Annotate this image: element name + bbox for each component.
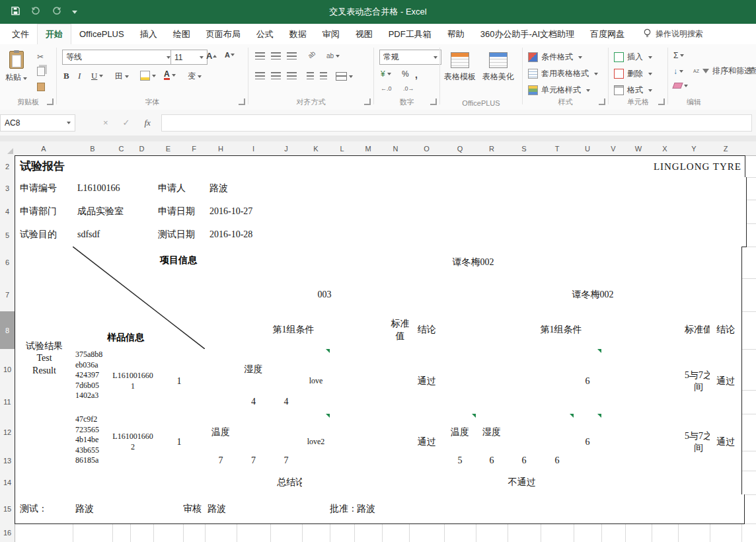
grow-font-button[interactable]: A [206, 51, 217, 61]
align-bottom-button[interactable] [287, 52, 297, 59]
cell-group1-condition-right[interactable]: 第1组条件 [444, 311, 679, 350]
format-painter-button[interactable] [37, 83, 45, 91]
cell-test-result-label[interactable]: 试验结果 Test Result [15, 247, 74, 471]
row-header-8-selected[interactable]: 8 [0, 311, 16, 350]
tab-baidu-netdisk[interactable]: 百度网盘 [582, 24, 632, 44]
cell-sample2-cond-r2[interactable]: 湿度 [476, 414, 508, 451]
row-header-12[interactable]: 12 [0, 414, 15, 451]
column-header-u[interactable]: U [574, 141, 602, 156]
cell-diagonal-header[interactable]: 项目信息 样品信息 [73, 247, 206, 350]
cell-sample1-note[interactable]: love [302, 349, 330, 414]
column-header-e[interactable]: E [153, 141, 184, 156]
conditional-formatting-button[interactable]: 条件格式 [528, 52, 582, 63]
column-header-k[interactable]: K [302, 141, 330, 156]
column-header-z[interactable]: Z [710, 141, 742, 156]
customize-qat-icon[interactable] [72, 11, 77, 14]
row-header-11[interactable]: 11 [0, 390, 15, 414]
cell-conclusion-right[interactable]: 结论 [710, 311, 742, 350]
cell-request-no-label[interactable]: 申请编号 [15, 177, 79, 200]
cell-sample2-rv3[interactable]: 6 [508, 451, 541, 471]
column-header-partial[interactable] [741, 141, 756, 156]
cell-sample1-id[interactable]: 375a8b8 eb036a 424397 7d6b05 1402a3 [73, 349, 116, 415]
cell-test-date-label[interactable]: 测试日期 [153, 223, 210, 247]
empty-cell[interactable] [354, 451, 383, 471]
underline-button[interactable]: U [91, 71, 103, 81]
empty-cell[interactable] [330, 414, 355, 451]
italic-button[interactable]: I [78, 71, 81, 81]
cell-group1-condition-left[interactable]: 第1组条件 [205, 311, 383, 350]
cell-sample2-rv2[interactable]: 6 [476, 451, 508, 471]
empty-cell[interactable] [444, 349, 476, 391]
cell-tester[interactable]: 路波 [73, 494, 186, 524]
empty-cell[interactable] [205, 349, 237, 391]
cell-styles-button[interactable]: 单元格样式 [528, 85, 590, 96]
cell-company-name[interactable]: LINGLONG TYRE [153, 155, 745, 178]
empty-cell[interactable] [354, 349, 383, 391]
fill-button[interactable]: ↓ [673, 67, 683, 76]
empty-cell[interactable] [237, 471, 271, 495]
autosum-button[interactable]: Σ [673, 51, 684, 60]
column-header-o[interactable]: O [409, 141, 445, 156]
empty-cell[interactable] [601, 451, 626, 471]
font-dialog-launcher[interactable] [239, 98, 245, 105]
row-header-3[interactable]: 3 [0, 177, 15, 200]
empty-cell[interactable] [652, 390, 679, 414]
clipboard-dialog-launcher[interactable] [47, 98, 54, 105]
tab-review[interactable]: 审阅 [315, 24, 348, 44]
clear-button[interactable] [673, 83, 688, 89]
empty-cell[interactable] [625, 349, 652, 391]
tab-360-assistant[interactable]: 360办公助手-AI文档助理 [472, 24, 582, 44]
cell-sample2-pass-left[interactable]: 通过 [409, 414, 445, 471]
cell-sample2-note[interactable]: love2 [302, 414, 330, 471]
row-header-6[interactable]: 6 [0, 247, 15, 279]
empty-cell[interactable] [541, 349, 574, 391]
empty-cell[interactable] [625, 414, 652, 451]
cell-reviewer[interactable]: 路波 [205, 494, 332, 524]
insert-function-icon[interactable]: fx [145, 118, 151, 128]
redo-icon[interactable] [52, 6, 61, 18]
cell-purpose[interactable]: sdfsdf [73, 223, 159, 247]
cut-button[interactable]: ✂ [37, 52, 44, 61]
number-format-combo[interactable]: 常规 [379, 50, 441, 65]
align-left-button[interactable] [255, 72, 265, 79]
empty-cell[interactable] [354, 390, 383, 414]
empty-cell[interactable] [130, 471, 154, 495]
cell-test-date[interactable]: 2016-10-28 [205, 223, 747, 247]
empty-cell[interactable] [73, 471, 113, 495]
row-header-7[interactable]: 7 [0, 278, 15, 312]
column-header-d[interactable]: D [130, 141, 154, 156]
empty-cell[interactable] [354, 414, 383, 451]
cells-dialog-launcher[interactable] [658, 98, 665, 105]
empty-cell[interactable] [382, 414, 410, 471]
cell-sample2-condition[interactable]: 温度 [205, 414, 237, 451]
align-top-button[interactable] [255, 52, 265, 59]
empty-cell[interactable] [508, 349, 541, 391]
tab-home[interactable]: 开始 [37, 24, 71, 45]
cell-sample2-pass-right[interactable]: 通过 [710, 414, 742, 471]
cell-sample1-value2[interactable]: 4 [270, 390, 303, 414]
row-header-5[interactable]: 5 [0, 223, 15, 247]
column-header-y[interactable]: Y [678, 141, 710, 156]
column-header-j[interactable]: J [270, 141, 303, 156]
format-as-table-button[interactable]: 套用表格格式 [528, 68, 598, 79]
empty-cell[interactable] [15, 471, 74, 495]
cell-sample2-rv1[interactable]: 5 [444, 451, 476, 471]
empty-cell[interactable] [508, 390, 541, 414]
tab-officeplus[interactable]: OfficePLUS [71, 24, 132, 44]
empty-cell[interactable] [205, 471, 237, 495]
accounting-format-button[interactable]: ¥ [381, 69, 391, 79]
name-box[interactable]: AC8 [0, 114, 75, 132]
empty-cell[interactable] [183, 471, 206, 495]
row-header-15[interactable]: 15 [0, 494, 15, 524]
increase-decimal-button[interactable]: ←.0 [381, 85, 392, 92]
empty-cell[interactable] [652, 414, 679, 451]
align-center-button[interactable] [271, 72, 281, 79]
cell-sample2-std-value[interactable]: 6 [574, 414, 602, 471]
cell-sample2-qty[interactable]: 1 [153, 414, 206, 471]
tab-file[interactable]: 文件 [4, 24, 37, 44]
paste-button[interactable]: 粘贴 [5, 51, 27, 83]
cell-reviewer-label[interactable]: 审核： [183, 494, 205, 524]
cell-dept-label[interactable]: 申请部门 [15, 200, 79, 224]
empty-cell[interactable] [270, 349, 303, 391]
cell-sample2-id[interactable]: 47c9f2 723565 4b14be 43b655 86185a [73, 414, 116, 472]
